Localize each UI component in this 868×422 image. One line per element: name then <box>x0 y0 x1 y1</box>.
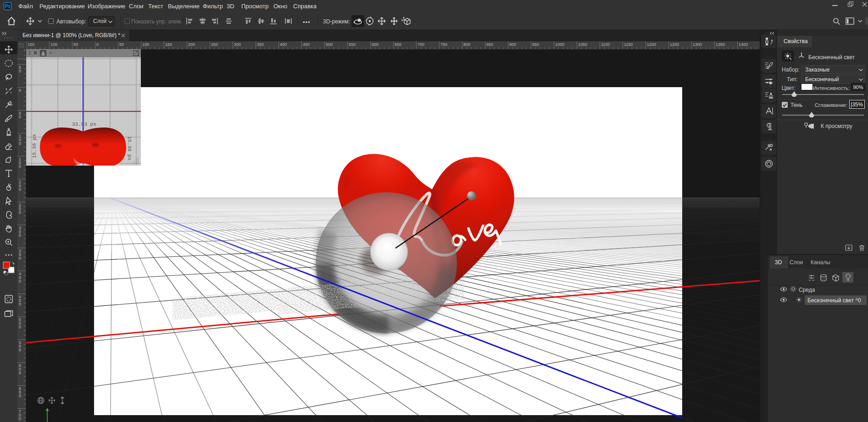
svg-text:33.53 px: 33.53 px <box>72 122 96 127</box>
svg-text:15.36 px: 15.36 px <box>127 136 132 161</box>
svg-text:15.36 px: 15.36 px <box>32 134 37 158</box>
